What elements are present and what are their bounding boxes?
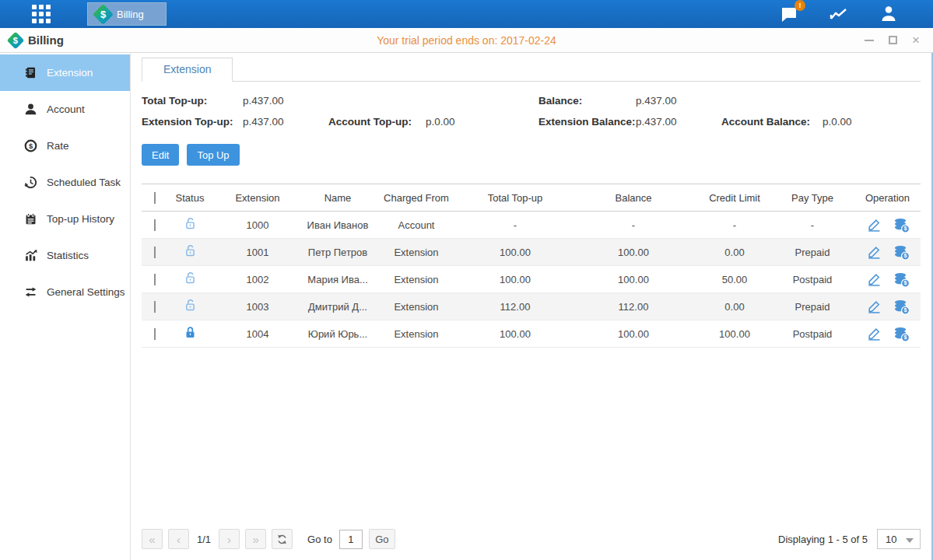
go-to-page-input[interactable] [339,530,363,549]
first-page-button[interactable]: « [142,529,163,549]
cell-credit-limit: 100.00 [697,328,772,340]
row-checkbox[interactable] [154,328,156,340]
edit-row-icon[interactable] [866,326,882,341]
sidebar-item-scheduled-task[interactable]: Scheduled Task [0,164,130,201]
unlocked-status-icon [184,299,197,312]
cell-pay-type: Prepaid [772,247,853,258]
top-up-history-icon [24,212,37,226]
edit-row-icon[interactable] [866,217,882,233]
page-indicator: 1/1 [197,534,211,545]
unlocked-status-icon [184,217,197,230]
top-up-row-icon[interactable]: $ [893,244,910,261]
table-row: 1002 Мария Ива... Extension 100.00 100.0… [142,266,921,293]
cell-extension: 1001 [212,247,303,258]
svg-text:$: $ [903,253,907,259]
table-row: 1001 Петр Петров Extension 100.00 100.00… [142,239,921,266]
locked-status-icon [184,326,197,339]
sidebar-item-label: Scheduled Task [47,177,121,188]
col-status: Status [168,192,212,204]
account-top-up-value: p.0.00 [426,116,538,128]
cell-name: Иван Иванов [303,219,372,231]
app-grid-icon[interactable] [30,2,53,26]
statistics-chart-icon[interactable] [829,5,849,23]
sidebar-item-extension[interactable]: Extension [0,54,130,91]
taskbar-tab-label: Billing [117,9,144,20]
refresh-icon [276,534,288,545]
cell-total-top-up: 112.00 [461,301,570,313]
top-up-row-icon[interactable]: $ [893,299,910,315]
select-all-checkbox[interactable] [154,192,156,204]
cell-charged-from: Account [372,219,461,231]
topbar: $ Billing ! [0,0,933,28]
extension-balance-value: p.437.00 [636,116,721,128]
table-row: 1004 Юрий Юрь... Extension 100.00 100.00… [142,320,921,348]
edit-row-icon[interactable] [866,244,882,260]
row-checkbox[interactable] [154,247,156,258]
cell-extension: 1004 [212,328,303,340]
edit-row-icon[interactable] [866,271,882,287]
svg-text:$: $ [903,307,907,313]
col-operation: Operation [853,192,922,204]
cell-extension: 1003 [212,301,303,313]
pagination-bar: « ‹ 1/1 › » Go to Go Displaying 1 - 5 of… [142,529,921,549]
refresh-button[interactable] [272,529,293,549]
sidebar-item-label: Top-up History [47,213,114,225]
account-top-up-label: Account Top-up: [328,116,426,128]
row-checkbox[interactable] [154,301,156,313]
cell-balance: - [570,219,697,231]
notification-badge: ! [794,0,805,11]
messages-icon[interactable]: ! [779,5,799,23]
col-credit-limit: Credit Limit [697,192,772,204]
minimize-button[interactable] [863,34,875,47]
col-name: Name [303,192,372,204]
top-up-row-icon[interactable]: $ [893,217,910,233]
cell-pay-type: Prepaid [772,301,853,313]
extension-balance-label: Extension Balance: [538,116,636,128]
prev-page-button[interactable]: ‹ [168,529,189,549]
go-button[interactable]: Go [369,529,395,549]
row-checkbox[interactable] [154,219,156,231]
col-balance: Balance [570,192,697,204]
cell-balance: 100.00 [570,247,697,258]
sidebar-item-account[interactable]: Account [0,91,130,128]
sidebar-item-statistics[interactable]: Statistics [0,237,130,274]
top-up-button[interactable]: Top Up [187,144,239,166]
tab-extension[interactable]: Extension [142,58,233,82]
col-pay-type: Pay Type [772,192,853,204]
cell-name: Юрий Юрь... [303,328,372,340]
cell-pay-type: - [772,219,853,231]
sidebar-item-rate[interactable]: $ Rate [0,128,130,164]
user-account-icon[interactable] [879,5,899,23]
next-page-button[interactable]: › [219,529,240,549]
page-size-select[interactable]: 10 [877,529,921,549]
extension-top-up-label: Extension Top-up: [142,116,243,128]
cell-charged-from: Extension [372,328,461,340]
window-title: $ Billing [9,33,64,47]
top-up-row-icon[interactable]: $ [893,271,910,288]
svg-text:$: $ [29,142,33,150]
sidebar-item-label: Statistics [47,250,89,261]
last-page-button[interactable]: » [245,529,266,549]
taskbar-tab-billing[interactable]: $ Billing [87,2,167,26]
sidebar-item-label: Account [47,103,85,115]
svg-text:$: $ [903,334,907,341]
cell-name: Дмитрий Д... [303,301,372,313]
total-top-up-label: Total Top-up: [142,95,243,107]
tab-strip: Extension [142,58,921,82]
cell-total-top-up: 100.00 [461,274,570,285]
maximize-button[interactable] [886,34,899,47]
row-checkbox[interactable] [154,274,156,285]
edit-button[interactable]: Edit [142,144,179,166]
top-up-row-icon[interactable]: $ [893,326,910,342]
close-button[interactable]: × [910,34,922,47]
sidebar-item-top-up-history[interactable]: Top-up History [0,201,130,237]
displaying-status: Displaying 1 - 5 of 5 [778,534,868,545]
table-body: 1000 Иван Иванов Account - - - - $ [142,212,921,348]
unlocked-status-icon [184,271,197,285]
edit-row-icon[interactable] [866,299,882,314]
cell-extension: 1000 [212,219,303,231]
general-settings-icon [24,285,37,299]
sidebar-item-general-settings[interactable]: General Settings [0,274,130,310]
go-to-label: Go to [307,534,332,545]
unlocked-status-icon [184,244,197,257]
